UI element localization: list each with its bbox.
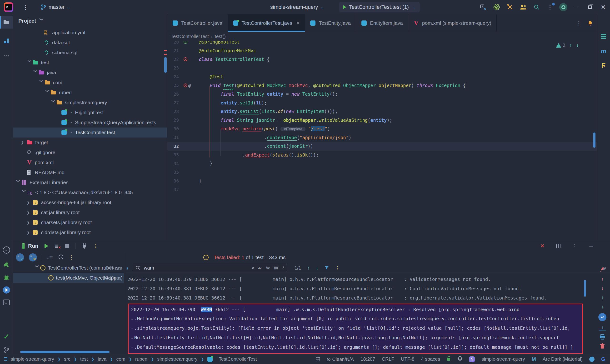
print-icon[interactable]: [599, 334, 606, 340]
tab-TestEntity.java[interactable]: TestEntity.java: [305, 14, 356, 32]
chevron-down-icon[interactable]: ❯: [34, 69, 38, 76]
status-crumb-simple-stream-query[interactable]: simple-stream-query: [11, 356, 54, 362]
inspections-widget[interactable]: 2 ↑ ↓: [556, 42, 579, 48]
down-stacktrace-icon[interactable]: ↓: [599, 285, 606, 291]
lock-icon[interactable]: [447, 356, 451, 362]
code-line-35[interactable]: 35: [167, 168, 597, 177]
avatar[interactable]: [557, 3, 570, 11]
chevron-down-icon[interactable]: ❯: [22, 189, 26, 195]
caret-position-widget[interactable]: 18:207: [360, 356, 375, 362]
tree-item-charsets.jar[interactable]: ❯↓charsets.jar library root: [13, 218, 167, 227]
encoding-widget[interactable]: UTF-8: [401, 356, 415, 362]
test-row-0[interactable]: ❯!TestControllerTest (com.ruben.sin343 m…: [13, 263, 124, 273]
run-test-gutter-icon[interactable]: ✓: [184, 41, 187, 44]
tab-pom.xmlsimple-stream-query[interactable]: Vpom.xml (simple-stream-query): [408, 14, 497, 32]
project-name-widget[interactable]: simple-stream-query: [481, 356, 525, 362]
tab-EntityItem.java[interactable]: EntityItem.java: [356, 14, 408, 32]
code-line-33[interactable]: 33 .andExpect(status().isOk());: [167, 151, 597, 159]
theme-name-widget[interactable]: Arc Dark (Material): [543, 356, 583, 362]
run-configuration-selector[interactable]: TestControllerTest.test (1) ⌄: [339, 2, 420, 12]
code-line-34[interactable]: 34 }: [167, 159, 597, 168]
chevron-down-icon[interactable]: ❯: [52, 99, 56, 106]
code-line-31[interactable]: 31 .contentType("application/json"): [167, 133, 597, 142]
match-case-toggle[interactable]: Aa: [265, 266, 271, 271]
tree-item-target[interactable]: ❯target: [13, 138, 167, 147]
soft-wrap-toggle[interactable]: ↩: [598, 313, 606, 321]
run-panel-options-icon[interactable]: ⋮: [572, 243, 578, 249]
search-input[interactable]: [144, 265, 248, 271]
filter-icon[interactable]: [325, 266, 329, 270]
search-icon[interactable]: [530, 4, 543, 11]
show-passed-toggle[interactable]: ✓: [16, 253, 24, 261]
regex-toggle[interactable]: .*: [282, 266, 284, 271]
status-crumb-TestControllerTest[interactable]: TestControllerTest: [219, 356, 257, 362]
tree-item-cldrdata.jar[interactable]: ❯↓cldrdata.jar library root: [13, 227, 167, 237]
tree-item-java[interactable]: ❯java: [13, 67, 167, 78]
clear-search-icon[interactable]: ✕: [251, 265, 255, 271]
up-stacktrace-icon[interactable]: ↑: [599, 276, 606, 282]
vcs-branch-widget[interactable]: master ⌄: [41, 4, 70, 10]
services-tool-button[interactable]: [0, 284, 13, 296]
code-line-21[interactable]: 21@AutoConfigureMockMvc: [167, 46, 597, 55]
layout-settings-icon[interactable]: [556, 244, 560, 248]
database-tool-button[interactable]: [597, 30, 610, 42]
chevron-down-icon[interactable]: ❯: [16, 179, 20, 186]
close-run-panel-icon[interactable]: ✕: [540, 243, 545, 249]
next-match-icon[interactable]: ↓: [316, 265, 318, 271]
show-failed-toggle[interactable]: ✕: [29, 253, 37, 261]
breadcrumb-method[interactable]: test(): [215, 34, 226, 39]
search-field[interactable]: ✕ ↵ Aa W .*: [133, 264, 287, 272]
status-crumb-test[interactable]: test: [80, 356, 88, 362]
more-tool-windows-icon[interactable]: ⋯: [0, 50, 13, 62]
restore-button[interactable]: [583, 5, 597, 9]
meet-tool-button[interactable]: ~: [0, 244, 13, 256]
prev-match-icon[interactable]: ↑: [307, 265, 310, 271]
chevron-down-icon[interactable]: ❯: [45, 90, 50, 96]
code-line-29[interactable]: 29 final String jsonStr = objectMapper.w…: [167, 116, 597, 125]
test-tree-hscrollbar[interactable]: [20, 351, 109, 353]
tree-item-schema.sql[interactable]: schema.sql: [13, 48, 167, 58]
project-panel-header[interactable]: Project ❯: [13, 14, 167, 28]
plugin-tool-button[interactable]: Ϝ: [597, 59, 610, 72]
chevron-right-icon[interactable]: ❯: [27, 210, 33, 215]
tab-TestController.java[interactable]: TestController.java: [167, 14, 228, 32]
users-icon[interactable]: [517, 4, 530, 10]
rerun-failed-tests-button[interactable]: ≣: [54, 243, 59, 249]
debug-plugin-icon[interactable]: [0, 271, 13, 284]
atom-plugin-icon[interactable]: [490, 4, 503, 11]
tree-item-application.yml[interactable]: YA MLapplication.yml: [13, 28, 167, 38]
rerun-button[interactable]: [44, 244, 48, 248]
structure-tool-button[interactable]: [0, 35, 13, 47]
attach-debugger-icon[interactable]: [82, 243, 87, 249]
tree-item-.gitignore[interactable]: .gitignore: [13, 147, 167, 157]
minimize-button[interactable]: [570, 7, 583, 7]
notifications-icon[interactable]: [458, 356, 462, 362]
expand-icon[interactable]: ›: [124, 265, 133, 272]
console-output[interactable]: 2022-12-20 16:39:40.379 DEBUG 36612 --- …: [124, 273, 610, 354]
code-editor[interactable]: 20✓@SpringBootTest21@AutoConfigureMockMv…: [167, 41, 597, 240]
tree-item-ruben[interactable]: ❯ruben: [13, 88, 167, 98]
chevron-down-icon[interactable]: ❯: [35, 265, 39, 271]
tree-item-data.sql[interactable]: data.sql: [13, 38, 167, 48]
code-line-26[interactable]: 26 final TestEntity entity = new TestEnt…: [167, 90, 597, 99]
tree-item-[interactable]: ❯< 1.8 > C:\Users\achao\.jdks\azul-1.8.0…: [13, 187, 167, 197]
google-icon[interactable]: G: [601, 356, 605, 362]
status-crumb-src[interactable]: src: [64, 356, 70, 362]
tree-item-test[interactable]: ❯test: [13, 58, 167, 67]
tree-item-SimpleStreamQueryApplicationTests[interactable]: •SimpleStreamQueryApplicationTests: [13, 117, 167, 128]
tree-item-pom.xml[interactable]: Vpom.xml: [13, 157, 167, 168]
maven-tool-button[interactable]: m: [597, 45, 610, 57]
test-row-1[interactable]: !test(MockMvc, ObjectMapper)343 ms: [13, 273, 124, 283]
prev-warning-icon[interactable]: ↑: [569, 42, 572, 48]
test-history-icon[interactable]: [58, 254, 64, 261]
tree-item-com[interactable]: ❯com: [13, 78, 167, 88]
clear-console-icon[interactable]: [599, 343, 606, 349]
error-gutter-icon[interactable]: ✕: [184, 57, 187, 61]
hide-panel-icon[interactable]: [589, 246, 593, 247]
run-options-icon[interactable]: ⋮: [93, 243, 98, 249]
plugin-s-icon[interactable]: S: [469, 356, 475, 362]
code-line-37[interactable]: 37: [167, 185, 597, 194]
tree-item-access-bridge-64.jar[interactable]: ❯↓access-bridge-64.jar library root: [13, 197, 167, 208]
code-analysis-widget[interactable]: ⊘ Clean/N/A: [327, 356, 354, 362]
status-dot-icon[interactable]: [589, 357, 595, 362]
